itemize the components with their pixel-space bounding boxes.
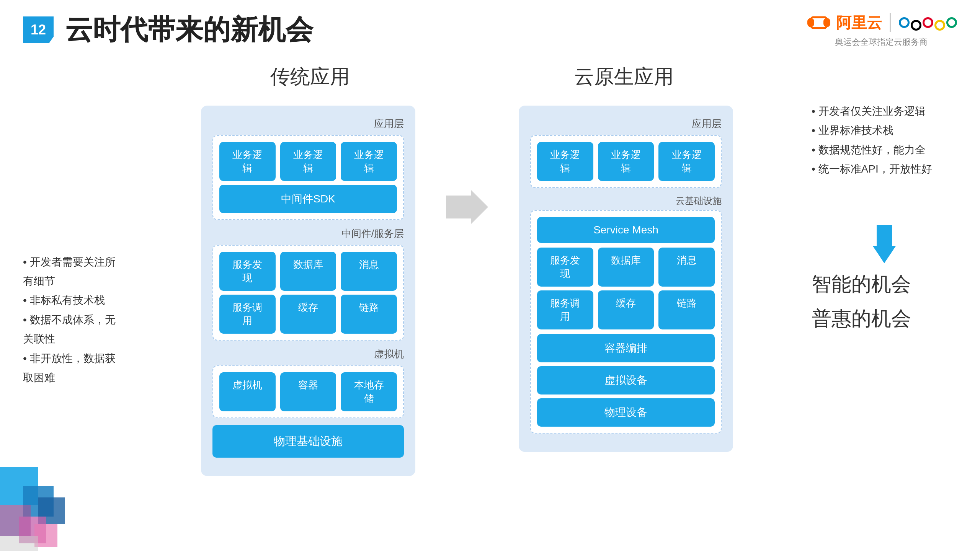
slide-number: 12 bbox=[23, 16, 54, 43]
right-label-3: • 数据规范性好，能力全 bbox=[812, 140, 957, 160]
cloud-native-diagram: 应用层 业务逻辑 业务逻辑 业务逻辑 云基础设施 bbox=[519, 106, 733, 452]
aliyun-icon bbox=[805, 14, 832, 31]
right-labels-top: • 开发者仅关注业务逻辑 • 业界标准技术栈 • 数据规范性好，能力全 • 统一… bbox=[812, 102, 957, 179]
diagrams-area: 传统应用 云原生应用 应用层 业务逻辑 业务逻辑 业务逻辑 bbox=[122, 64, 812, 538]
trad-container: 容器 bbox=[280, 372, 336, 411]
cloud-service-mesh: Service Mesh bbox=[537, 217, 715, 243]
trad-physical-layer: 物理基础设施 bbox=[212, 425, 404, 458]
trad-service-call: 服务调用 bbox=[219, 295, 276, 334]
logo-subtitle: 奥运会全球指定云服务商 bbox=[835, 36, 928, 48]
trad-biz-1: 业务逻辑 bbox=[219, 142, 276, 181]
cloud-infra-white-box: Service Mesh 服务发现 数据库 消息 服务调用 缓存 链路 bbox=[530, 210, 722, 434]
trad-middleware-layer: 中间件/服务层 服务发现 数据库 消息 服务调用 缓存 链路 bbox=[212, 227, 404, 341]
cloud-app-white-box: 业务逻辑 业务逻辑 业务逻辑 bbox=[530, 135, 722, 188]
cloud-container-orch: 容器编排 bbox=[537, 334, 715, 362]
cloud-tracing: 链路 bbox=[658, 290, 715, 329]
trad-app-white-box: 业务逻辑 业务逻辑 业务逻辑 中间件SDK bbox=[212, 135, 404, 220]
arrow-container bbox=[446, 106, 488, 224]
cloud-virtual-device: 虚拟设备 bbox=[537, 366, 715, 395]
cloud-biz-row: 业务逻辑 业务逻辑 业务逻辑 bbox=[537, 142, 715, 181]
trad-biz-3: 业务逻辑 bbox=[341, 142, 397, 181]
svg-marker-4 bbox=[873, 225, 896, 263]
cloud-infra-label: 云基础设施 bbox=[530, 195, 722, 207]
trad-middleware-white-box: 服务发现 数据库 消息 服务调用 缓存 链路 bbox=[212, 245, 404, 341]
trad-physical-infra: 物理基础设施 bbox=[212, 425, 404, 458]
trad-vm-row: 虚拟机 容器 本地存储 bbox=[219, 372, 397, 411]
decorative-blocks bbox=[0, 436, 100, 551]
down-arrow-container bbox=[812, 225, 957, 263]
traditional-diagram: 应用层 业务逻辑 业务逻辑 业务逻辑 中间件SDK 中间件/服务层 bbox=[201, 106, 415, 476]
cloud-infra-section: 云基础设施 Service Mesh 服务发现 数据库 消息 bbox=[530, 195, 722, 434]
main-content: • 开发者需要关注所有细节 • 非标私有技术栈 • 数据不成体系，无关联性 • … bbox=[0, 48, 980, 538]
logo-divider bbox=[890, 13, 891, 32]
left-label-1: • 开发者需要关注所有细节 bbox=[23, 253, 122, 291]
svg-marker-3 bbox=[446, 190, 488, 224]
trad-biz-2: 业务逻辑 bbox=[280, 142, 336, 181]
right-label-1: • 开发者仅关注业务逻辑 bbox=[812, 102, 957, 121]
cloud-native-title: 云原生应用 bbox=[517, 64, 731, 90]
right-label-4: • 统一标准API，开放性好 bbox=[812, 160, 957, 179]
aliyun-logo: 阿里云 bbox=[805, 12, 882, 33]
diagrams-row: 应用层 业务逻辑 业务逻辑 业务逻辑 中间件SDK 中间件/服务层 bbox=[122, 106, 812, 476]
trad-vm: 虚拟机 bbox=[219, 372, 276, 411]
svg-rect-11 bbox=[0, 536, 38, 551]
trad-mw-row1: 服务发现 数据库 消息 bbox=[219, 252, 397, 291]
trad-cache: 缓存 bbox=[280, 295, 336, 334]
trad-app-layer-label: 应用层 bbox=[212, 117, 404, 130]
trad-local-storage: 本地存储 bbox=[341, 372, 397, 411]
trad-middleware-label: 中间件/服务层 bbox=[212, 227, 404, 240]
trad-tracing: 链路 bbox=[341, 295, 397, 334]
cloud-service-discovery: 服务发现 bbox=[537, 248, 593, 287]
left-label-2: • 非标私有技术栈 bbox=[23, 291, 122, 310]
smart-opportunity: 智能的机会 bbox=[812, 271, 911, 298]
down-arrow-icon bbox=[873, 225, 896, 263]
right-arrow-icon bbox=[446, 190, 488, 224]
traditional-app-title: 传统应用 bbox=[203, 64, 417, 90]
trad-database: 数据库 bbox=[280, 252, 336, 291]
cloud-cache: 缓存 bbox=[598, 290, 654, 329]
cloud-app-layer: 应用层 业务逻辑 业务逻辑 业务逻辑 bbox=[530, 117, 722, 188]
svg-rect-2 bbox=[823, 18, 830, 27]
cloud-database: 数据库 bbox=[598, 248, 654, 287]
trad-biz-row: 业务逻辑 业务逻辑 业务逻辑 bbox=[219, 142, 397, 181]
trad-vm-layer: 虚拟机 虚拟机 容器 本地存储 bbox=[212, 347, 404, 418]
common-opportunity: 普惠的机会 bbox=[812, 305, 911, 332]
trad-middleware-sdk: 中间件SDK bbox=[219, 185, 397, 213]
right-label-2: • 业界标准技术栈 bbox=[812, 121, 957, 140]
trad-mw-row2: 服务调用 缓存 链路 bbox=[219, 295, 397, 334]
cloud-biz-2: 业务逻辑 bbox=[598, 142, 654, 181]
trad-vm-white-box: 虚拟机 容器 本地存储 bbox=[212, 365, 404, 418]
aliyun-text: 阿里云 bbox=[836, 12, 882, 33]
right-labels: • 开发者仅关注业务逻辑 • 业界标准技术栈 • 数据规范性好，能力全 • 统一… bbox=[812, 64, 957, 538]
cloud-message: 消息 bbox=[658, 248, 715, 287]
cloud-biz-3: 业务逻辑 bbox=[658, 142, 715, 181]
olympic-rings bbox=[899, 15, 957, 31]
cloud-biz-1: 业务逻辑 bbox=[537, 142, 593, 181]
trad-service-discovery: 服务发现 bbox=[219, 252, 276, 291]
cloud-service-call: 服务调用 bbox=[537, 290, 593, 329]
left-label-3: • 数据不成体系，无关联性 bbox=[23, 310, 122, 349]
logo-area: 阿里云 奥运会全球指定云服务商 bbox=[805, 12, 957, 48]
cloud-app-layer-label: 应用层 bbox=[530, 117, 722, 130]
trad-message: 消息 bbox=[341, 252, 397, 291]
header: 12 云时代带来的新机会 阿里云 奥运会全球指定云服 bbox=[0, 0, 980, 48]
cloud-physical-device: 物理设备 bbox=[537, 398, 715, 427]
cloud-mw-row1: 服务发现 数据库 消息 bbox=[537, 248, 715, 287]
left-label-4: • 非开放性，数据获取困难 bbox=[23, 349, 122, 388]
trad-vm-label: 虚拟机 bbox=[212, 347, 404, 361]
page-title: 云时代带来的新机会 bbox=[65, 11, 313, 48]
cloud-mw-row2: 服务调用 缓存 链路 bbox=[537, 290, 715, 329]
diagram-titles-row: 传统应用 云原生应用 bbox=[122, 64, 812, 102]
right-labels-bottom: 智能的机会 普惠的机会 bbox=[812, 217, 957, 332]
trad-app-layer: 应用层 业务逻辑 业务逻辑 业务逻辑 中间件SDK bbox=[212, 117, 404, 220]
